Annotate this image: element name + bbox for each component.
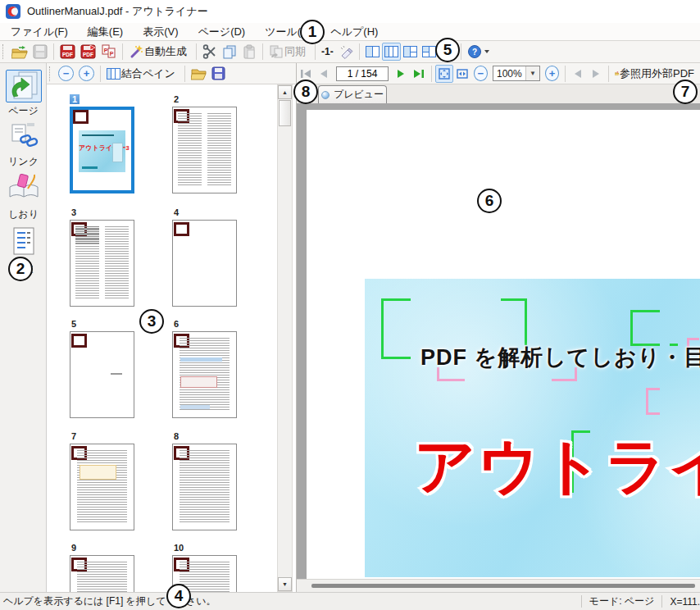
- annotation-circle-2: 2: [8, 257, 33, 281]
- scrollbar-thumb[interactable]: [311, 584, 695, 588]
- svg-text:P: P: [104, 48, 108, 53]
- menu-help[interactable]: ヘルプ(H): [327, 24, 381, 40]
- page-checkbox[interactable]: [174, 222, 189, 236]
- copy-button[interactable]: [220, 43, 239, 61]
- preview-pane: PDF を解析してしおり・目 アウトライナ: [297, 103, 700, 592]
- save-pdf-as-button[interactable]: PDF: [78, 43, 98, 61]
- separator: [196, 43, 197, 60]
- first-page-icon: [300, 69, 311, 79]
- sync-label: 同期: [284, 44, 306, 59]
- folder-icon: [191, 66, 207, 80]
- svg-text:P: P: [110, 51, 114, 57]
- thumbnail-page-1[interactable]: アウトライナー3: [70, 107, 134, 193]
- forward-arrow-icon: [592, 69, 600, 79]
- thumb-zoom-in-button[interactable]: +: [76, 65, 97, 83]
- page-checkbox[interactable]: [73, 110, 89, 124]
- thumb-zoom-out-button[interactable]: −: [56, 65, 76, 83]
- page-number-field[interactable]: [336, 66, 389, 81]
- scrollbar-thumb[interactable]: [279, 100, 291, 126]
- layout-three-pane-button[interactable]: [382, 43, 401, 61]
- green-bracket-icon: [501, 298, 527, 345]
- thumbnail-toolbar: − + 結合ペイン: [47, 63, 297, 84]
- layout-two-pane-button[interactable]: [363, 43, 382, 61]
- fit-page-button[interactable]: [435, 65, 453, 83]
- thumb-page-number: 2: [174, 94, 179, 104]
- sidebar-item-links[interactable]: リンク: [0, 121, 47, 169]
- toc-icon: [6, 225, 42, 258]
- history-back-button[interactable]: [569, 65, 587, 83]
- scroll-down-button[interactable]: ▼: [278, 577, 292, 591]
- zoom-out-button[interactable]: −: [471, 65, 490, 83]
- separator: [359, 43, 360, 60]
- sync-button[interactable]: 同期: [266, 43, 311, 61]
- menu-edit[interactable]: 編集(E): [84, 24, 126, 40]
- previous-page-button[interactable]: [315, 65, 333, 83]
- external-pdf-label: 参照用外部PDF: [620, 66, 694, 81]
- sidebar-item-pages[interactable]: ページ: [0, 70, 47, 118]
- thumb-open-button[interactable]: [189, 65, 209, 83]
- thumbnail-page-9[interactable]: [70, 555, 134, 592]
- preview-tab-label: プレビュー: [334, 88, 384, 102]
- zoom-in-button[interactable]: +: [543, 65, 561, 83]
- save-pages-pdf-button[interactable]: P P: [98, 43, 119, 61]
- thumbnail-scrollbar[interactable]: ▲ ▼: [277, 84, 293, 592]
- thumbnail-page-2[interactable]: [172, 107, 237, 193]
- annotation-circle-5: 5: [435, 38, 460, 62]
- toolbar-grip[interactable]: [2, 44, 5, 59]
- annotation-circle-8: 8: [293, 80, 318, 104]
- green-bracket-icon: [381, 298, 411, 359]
- zoom-level-combobox[interactable]: 100% ▼: [493, 66, 540, 81]
- sidebar-label-bookmarks: しおり: [0, 207, 47, 221]
- paste-icon: [242, 44, 257, 59]
- pdf-cover-image: PDF を解析してしおり・目 アウトライナ: [365, 279, 700, 577]
- eraser-button[interactable]: [336, 43, 356, 61]
- save-disk-icon: [211, 66, 225, 80]
- history-forward-button[interactable]: [587, 65, 605, 83]
- layout-split-right-button[interactable]: [401, 43, 420, 61]
- zoom-out-icon: −: [474, 66, 488, 81]
- open-file-icon: [11, 44, 28, 59]
- thumbnail-page-6[interactable]: [172, 331, 237, 418]
- thumb-page-number: 7: [71, 431, 76, 441]
- preview-horizontal-scrollbar[interactable]: [297, 579, 700, 592]
- auto-generate-button[interactable]: 自動生成: [126, 43, 193, 61]
- page-checkbox[interactable]: [71, 334, 87, 348]
- fit-width-button[interactable]: [453, 65, 471, 83]
- cut-button[interactable]: [200, 43, 220, 61]
- pdf-page[interactable]: PDF を解析してしおり・目 アウトライナ: [307, 110, 700, 579]
- page-number-indicator: -1-: [321, 46, 334, 57]
- paste-button[interactable]: [239, 43, 259, 61]
- save-button[interactable]: [30, 43, 50, 61]
- thumbnail-page-4[interactable]: [172, 220, 237, 307]
- menu-view[interactable]: 表示(V): [139, 24, 181, 40]
- menu-page[interactable]: ページ(D): [195, 24, 249, 40]
- thumbnail-page-5[interactable]: [70, 331, 134, 418]
- menu-file[interactable]: ファイル(F): [7, 24, 71, 40]
- combine-pane-button[interactable]: 結合ペイン: [104, 65, 181, 83]
- thumbnail-page-3[interactable]: [70, 220, 134, 307]
- save-pages-pdf-icon: P P: [101, 44, 116, 59]
- bookmark-icon: [6, 171, 42, 204]
- next-page-button[interactable]: [392, 65, 410, 83]
- thumb-save-button[interactable]: [209, 65, 228, 83]
- help-button[interactable]: ?: [465, 43, 492, 61]
- fit-page-icon: [438, 67, 451, 80]
- sync-icon: [269, 44, 284, 59]
- open-file-button[interactable]: [9, 43, 30, 61]
- zoom-in-icon: +: [545, 66, 559, 81]
- scroll-up-button[interactable]: ▲: [278, 85, 292, 99]
- thumb-page-number: 5: [71, 319, 76, 329]
- green-bracket-icon: [630, 310, 660, 346]
- tab-preview[interactable]: プレビュー: [318, 85, 387, 103]
- toolbar-grip[interactable]: [49, 66, 52, 81]
- save-pdf-button[interactable]: PDF: [57, 43, 78, 61]
- main-toolbar: PDF PDF P P 自動: [0, 41, 700, 63]
- mode-sidebar: ページ リンク: [0, 63, 47, 592]
- eraser-icon: [339, 44, 353, 59]
- thumbnail-page-7[interactable]: [70, 444, 134, 530]
- thumbnail-page-8[interactable]: [172, 444, 237, 530]
- cut-icon: [202, 44, 217, 59]
- sidebar-item-bookmarks[interactable]: しおり: [0, 171, 47, 221]
- previous-page-icon: [320, 69, 328, 79]
- last-page-button[interactable]: [410, 65, 428, 83]
